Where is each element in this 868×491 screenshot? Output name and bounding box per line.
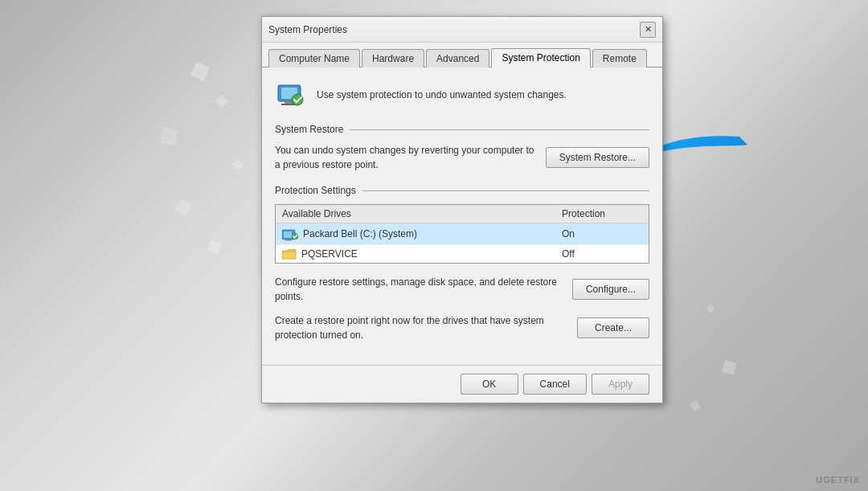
tabs: Computer Name Hardware Advanced System P… [268,47,656,67]
protection-status-2: Off [562,248,642,260]
system-drive-icon [282,227,298,241]
svg-rect-6 [284,231,292,238]
svg-rect-7 [285,239,292,241]
system-restore-header: System Restore [275,124,649,135]
svg-rect-9 [282,252,296,259]
dialog-footer: OK Cancel Apply [262,365,662,403]
cancel-button[interactable]: Cancel [523,374,587,395]
system-restore-button[interactable]: System Restore... [546,147,649,168]
system-restore-section: System Restore You can undo system chang… [275,124,649,172]
tab-advanced[interactable]: Advanced [426,49,489,68]
drives-table: Available Drives Protection Packard Bell… [275,204,649,264]
ok-button[interactable]: OK [461,374,518,395]
configure-description: Configure restore settings, manage disk … [275,275,563,304]
watermark: UGETFIX [816,475,860,485]
create-button[interactable]: Create... [577,317,649,338]
dialog-content: Use system protection to undo unwanted s… [262,68,662,365]
tab-computer-name[interactable]: Computer Name [268,49,360,68]
create-description: Create a restore point right now for the… [275,313,567,342]
apply-button[interactable]: Apply [592,374,649,395]
section-divider-2 [362,190,649,191]
drive-cell-1: Packard Bell (C:) (System) [282,227,562,241]
table-header: Available Drives Protection [276,205,649,223]
restore-body: You can undo system changes by reverting… [275,143,649,172]
create-row: Create a restore point right now for the… [275,313,649,342]
close-button[interactable]: ✕ [640,22,656,38]
tabs-area: Computer Name Hardware Advanced System P… [262,43,662,68]
system-restore-title: System Restore [275,124,343,135]
system-properties-dialog: System Properties ✕ Computer Name Hardwa… [261,16,663,403]
drive-name-1: Packard Bell (C:) (System) [303,228,417,239]
protection-settings-header: Protection Settings [275,185,649,196]
info-description: Use system protection to undo unwanted s… [317,89,567,100]
tab-remote[interactable]: Remote [592,49,647,68]
section-divider [350,129,649,130]
tab-system-protection[interactable]: System Protection [491,48,590,68]
dialog-title: System Properties [268,24,347,35]
system-protection-icon [275,79,307,111]
title-bar: System Properties ✕ [262,17,662,43]
col-protection: Protection [562,208,642,219]
table-row[interactable]: PQSERVICE Off [276,245,649,263]
protection-settings-title: Protection Settings [275,185,356,196]
protection-status-1: On [562,228,642,239]
drive-name-2: PQSERVICE [301,248,358,260]
tab-hardware[interactable]: Hardware [362,49,424,68]
protection-settings-section: Protection Settings Available Drives Pro… [275,185,649,342]
table-row[interactable]: Packard Bell (C:) (System) On [276,223,649,245]
configure-button[interactable]: Configure... [572,279,649,300]
drive-cell-2: PQSERVICE [282,248,562,260]
restore-description: You can undo system changes by reverting… [275,143,536,172]
title-bar-controls: ✕ [640,22,656,38]
info-row: Use system protection to undo unwanted s… [275,79,649,111]
folder-drive-icon [282,248,297,260]
col-available-drives: Available Drives [282,208,562,219]
configure-row: Configure restore settings, manage disk … [275,275,649,304]
